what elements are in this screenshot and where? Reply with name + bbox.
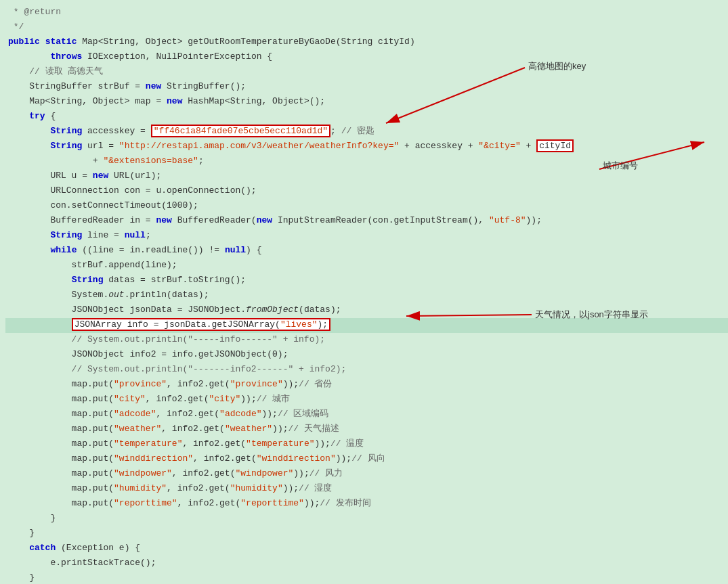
- code-line-34: map.put("reporttime", info2.get("reportt…: [5, 497, 728, 512]
- code-line-17: while ((line = in.readLine()) != null) {: [5, 244, 728, 259]
- code-line-20: System.out.println(datas);: [5, 288, 728, 303]
- code-line-8: try {: [5, 110, 728, 125]
- code-line-24: JSONObject info2 = info.getJSONObject(0)…: [5, 348, 728, 363]
- code-line-16: String line = null;: [5, 229, 728, 244]
- code-line-14: con.setConnectTimeout(1000);: [5, 199, 728, 214]
- code-line-37: catch (Exception e) {: [5, 541, 728, 556]
- code-line-5: // 读取 高德天气: [5, 65, 728, 80]
- code-line-38: e.printStackTrace();: [5, 556, 728, 571]
- code-line-9: String accesskey = "ff46c1a84fade07e5cbe…: [5, 125, 728, 139]
- code-line-27: map.put("city", info2.get("city"));// 城市: [5, 392, 728, 407]
- annotation-weather-json: 天气情况，以json字符串显示: [535, 308, 648, 322]
- code-line-6: StringBuffer strBuf = new StringBuffer()…: [5, 80, 728, 95]
- annotation-city-code: 城市编号: [603, 159, 638, 173]
- code-line-13: URLConnection con = u.openConnection();: [5, 184, 728, 199]
- code-line-31: map.put("winddirection", info2.get("wind…: [5, 452, 728, 467]
- code-line-28: map.put("adcode", info2.get("adcode"));/…: [5, 407, 728, 422]
- code-line-7: Map<String, Object> map = new HashMap<St…: [5, 95, 728, 110]
- code-line-1: * @return: [5, 5, 728, 20]
- code-line-35: }: [5, 512, 728, 526]
- code-line-30: map.put("temperature", info2.get("temper…: [5, 437, 728, 452]
- code-line-33: map.put("humidity", info2.get("humidity"…: [5, 482, 728, 497]
- code-line-15: BufferedReader in = new BufferedReader(n…: [5, 214, 728, 229]
- code-line-3: public static Map<String, Object> getOut…: [5, 35, 728, 50]
- code-line-39: }: [5, 571, 728, 584]
- code-line-26: map.put("province", info2.get("province"…: [5, 378, 728, 392]
- code-line-25: // System.out.println("-------info2-----…: [5, 363, 728, 378]
- code-line-10: String url = "http://restapi.amap.com/v3…: [5, 139, 728, 154]
- code-line-32: map.put("windpower", info2.get("windpowe…: [5, 467, 728, 482]
- code-line-36: }: [5, 526, 728, 541]
- code-area: * @return */ public static Map<String, O…: [0, 0, 728, 584]
- annotation-gaode-key: 高德地图的key: [528, 60, 586, 74]
- code-line-18: strBuf.append(line);: [5, 259, 728, 273]
- code-line-4: throws IOException, NullPointerException…: [5, 50, 728, 65]
- code-line-29: map.put("weather", info2.get("weather"))…: [5, 422, 728, 437]
- code-line-19: String datas = strBuf.toString();: [5, 273, 728, 288]
- code-line-23: // System.out.println("-----info------" …: [5, 333, 728, 348]
- code-line-2: */: [5, 20, 728, 35]
